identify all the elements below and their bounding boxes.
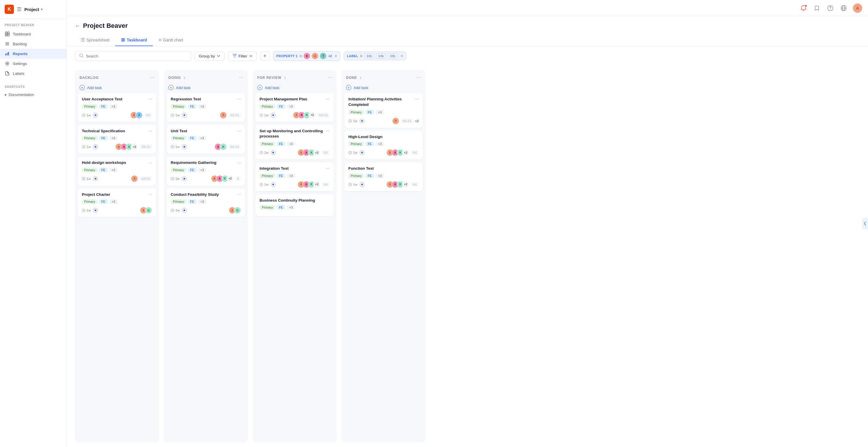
card-high-level-design: High-Level Design Primary FE +3 1w xyxy=(344,131,423,160)
card-technical-spec: Technical Specification ··· Primary FE +… xyxy=(78,125,156,154)
tag-more: +3 xyxy=(109,104,118,109)
target-icon xyxy=(93,208,98,213)
target-icon xyxy=(271,150,276,155)
tab-gantt[interactable]: ≡ Gantt chart xyxy=(153,34,189,46)
tag-fe: FE xyxy=(99,104,108,109)
card-ts-avatars: A A K +2 xyxy=(115,143,138,150)
doing-cards: Regression Test ··· Primary FE +3 xyxy=(164,93,248,442)
target-icon xyxy=(271,182,276,187)
clock-icon xyxy=(259,183,263,186)
column-backlog: BACKLOG ··· + Add task User Acceptance T… xyxy=(75,70,159,442)
filter-label: Filter xyxy=(239,54,247,58)
notification-button[interactable] xyxy=(800,4,808,12)
sidebar-item-labels[interactable]: Labels xyxy=(0,68,66,78)
tab-spreadsheet[interactable]: ☰ Spreadsheet xyxy=(75,34,115,46)
card-uat-meta: 1w xyxy=(82,113,98,117)
project-dropdown[interactable]: Project ▾ xyxy=(24,7,43,12)
add-task-review-icon: + xyxy=(257,85,262,90)
card-user-acceptance-test: User Acceptance Test ··· Primary FE +3 xyxy=(78,93,156,122)
group-by-label: Group by xyxy=(199,54,215,58)
sidebar-item-backlog[interactable]: Backlog xyxy=(0,39,66,49)
label-filter-is: is xyxy=(360,54,363,58)
add-filter-button[interactable]: + xyxy=(260,51,270,61)
user-avatar[interactable]: A xyxy=(853,3,862,13)
tab-taskboard[interactable]: ⊞ Taskboard xyxy=(115,34,153,46)
toolbar: Group by Filter + PROPERTY 1 is K A T xyxy=(67,46,868,66)
add-task-for-review[interactable]: + Add task xyxy=(253,83,337,93)
column-doing-menu-icon[interactable]: ··· xyxy=(239,74,243,80)
property-filter-label: PROPERTY 1 xyxy=(276,54,298,58)
done-cards: Initiation/ Planning Activities Complete… xyxy=(341,93,426,442)
property-filter-close[interactable]: × xyxy=(335,54,337,58)
card-mc-menu-icon[interactable]: ··· xyxy=(326,129,330,134)
top-nav-right: A xyxy=(800,3,862,13)
search-box[interactable] xyxy=(75,51,191,61)
avatar-more: +2 xyxy=(309,112,315,118)
filter-avatar-k: K xyxy=(304,53,310,59)
card-dw-footer: 1w A KK-01 xyxy=(82,175,152,182)
add-task-doing[interactable]: + Add task xyxy=(164,83,248,93)
add-task-done[interactable]: + Add task xyxy=(341,83,426,93)
column-done-menu-icon[interactable]: ··· xyxy=(416,74,421,80)
card-title-bcp: Business Continuity Planning xyxy=(259,198,315,203)
bookmark-button[interactable] xyxy=(813,4,821,12)
svg-rect-7 xyxy=(5,54,6,56)
card-rt-menu-icon[interactable]: ··· xyxy=(237,97,241,102)
tag-primary: Primary xyxy=(82,104,97,109)
card-ts-menu-icon[interactable]: ··· xyxy=(148,129,152,134)
card-ip-menu-icon[interactable]: ··· xyxy=(415,97,418,102)
card-dw-menu-icon[interactable]: ··· xyxy=(148,160,152,165)
clock-icon xyxy=(171,209,174,212)
clock-icon xyxy=(348,119,352,123)
filter-button[interactable]: Filter xyxy=(228,51,257,61)
label-filter-close[interactable]: × xyxy=(401,54,403,58)
shortcut-documentation[interactable]: Documentation xyxy=(0,91,66,99)
card-pmp-menu-icon[interactable]: ··· xyxy=(326,97,330,102)
card-it-menu-icon[interactable]: ··· xyxy=(326,166,330,171)
card-project-charter: Project Charter ··· Primary FE +3 xyxy=(78,188,156,217)
filter-avatar-a: A xyxy=(312,53,318,59)
card-fs-menu-icon[interactable]: ··· xyxy=(237,192,241,197)
right-panel-toggle[interactable] xyxy=(862,218,868,230)
gantt-tab-icon: ≡ xyxy=(158,37,161,43)
property-filter-tag: PROPERTY 1 is K A T +2 × xyxy=(273,51,341,61)
search-input[interactable] xyxy=(86,54,187,58)
add-task-backlog[interactable]: + Add task xyxy=(75,83,159,93)
sidebar-item-backlog-label: Backlog xyxy=(13,42,27,46)
sidebar-item-settings-label: Settings xyxy=(13,62,27,66)
column-for-review: FOR REVIEW 1 ··· + Add task Project Mana… xyxy=(253,70,337,442)
help-button[interactable] xyxy=(826,4,834,12)
column-doing: DOING 1 ··· + Add task Regression Test ·… xyxy=(164,70,248,442)
sidebar-item-taskboard[interactable]: Taskboard xyxy=(0,29,66,39)
card-ts-tags: Primary FE +3 xyxy=(82,136,152,140)
shortcut-documentation-label: Documentation xyxy=(9,93,34,97)
for-review-cards: Project Management Plan ··· Primary FE +… xyxy=(253,93,337,442)
target-icon xyxy=(360,150,364,155)
hamburger-icon[interactable]: ☰ xyxy=(17,6,22,12)
globe-button[interactable] xyxy=(840,4,848,12)
filter-avatar-t: T xyxy=(320,53,326,59)
clock-icon xyxy=(82,145,85,148)
clock-icon xyxy=(171,113,174,117)
sidebar-item-settings[interactable]: Settings xyxy=(0,59,66,68)
card-ut-menu-icon[interactable]: ··· xyxy=(237,129,241,134)
group-by-button[interactable]: Group by xyxy=(194,51,225,61)
group-by-arrow-icon xyxy=(217,54,220,58)
card-title-mc: Set up Monitoring and Controlling proces… xyxy=(259,129,326,140)
card-uat-menu-icon[interactable]: ··· xyxy=(148,97,152,102)
avatar-more: +2 xyxy=(402,181,409,188)
spreadsheet-tab-icon: ☰ xyxy=(81,37,85,43)
card-requirements-gathering: Requirements Gathering ··· Primary FE +3 xyxy=(167,157,245,186)
column-for-review-menu-icon[interactable]: ··· xyxy=(328,74,332,80)
card-pc-menu-icon[interactable]: ··· xyxy=(148,192,152,197)
card-title-pmp: Project Management Plan xyxy=(259,97,307,102)
card-design-workshops: Hold design workshops ··· Primary FE +3 xyxy=(78,157,156,186)
column-for-review-header: FOR REVIEW 1 ··· xyxy=(253,70,337,83)
card-title-hld: High-Level Design xyxy=(348,134,383,140)
card-rg-menu-icon[interactable]: ··· xyxy=(237,160,241,165)
column-backlog-menu-icon[interactable]: ··· xyxy=(150,74,154,80)
main-content: A ← Project Beaver ☰ Spreadsheet ⊞ Taskb… xyxy=(67,0,868,447)
page-title-row: ← Project Beaver xyxy=(75,22,860,30)
back-button[interactable]: ← xyxy=(75,23,80,29)
sidebar-item-reports[interactable]: Reports xyxy=(0,49,66,59)
